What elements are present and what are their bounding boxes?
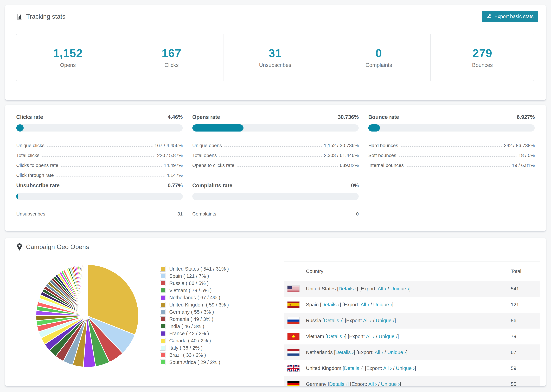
export-all-link[interactable]: All › [368,381,377,386]
detail-value: 18 / 0% [518,153,535,158]
total-cell: 86 [511,318,516,323]
detail-value: 19 / 6.81% [512,163,535,168]
rate-head: Unsubscribe rate 0.77% [16,182,183,189]
dotted-leader [42,156,155,157]
legend-item-france[interactable]: France ( 42 / 2% ) [160,330,229,337]
legend-item-canada[interactable]: Canada ( 40 / 2% ) [160,337,229,344]
export-all-link[interactable]: All › [360,302,369,307]
country-name: Russia [306,318,321,323]
details-link[interactable]: Details › [339,286,357,291]
progress-fill [16,193,18,200]
legend-item-romania[interactable]: Romania ( 49 / 3% ) [160,315,229,323]
detail-rows: Complaints 0 [192,207,359,217]
legend-item-vietnam[interactable]: Vietnam ( 79 / 5% ) [160,287,229,294]
legend-label: Canada ( 40 / 2% ) [169,338,211,343]
detail-value: 2,303 / 61.446% [324,153,359,158]
export-icon [486,13,492,20]
stat-label: Clicks [164,62,179,68]
country-cell: Russia [Details ›] [Export: All › / Uniq… [306,318,396,323]
detail-label: Internal bounces [368,163,404,168]
total-cell: 59 [511,365,516,371]
country-cell: Netherlands [Details ›] [Export: All › /… [306,350,407,355]
detail-rows: Hard bounces 242 / 86.738% Soft bounces … [368,138,535,168]
detail-label: Total opens [192,153,217,158]
geo-table-row-vietnam: Vietnam [Details ›] [Export: All › / Uni… [284,329,540,344]
dotted-leader [61,166,162,167]
stat-label: Complaints [366,62,392,68]
country-name: United States [306,286,336,291]
export-basic-stats-button[interactable]: Export basic stats [482,11,538,22]
export-unique-link[interactable]: Unique › [387,350,406,355]
export-unique-link[interactable]: Unique › [381,381,400,386]
legend-item-russia[interactable]: Russia ( 86 / 5% ) [160,280,229,287]
details-link[interactable]: Details › [329,381,347,386]
rate-block-clicks-rate: Clicks rate 4.46% Unique clicks 167 / 4.… [16,114,183,178]
export-all-link[interactable]: All › [378,286,386,291]
country-cell: Vietnam [Details ›] [Export: All › / Uni… [306,334,399,339]
de-flag-icon [288,381,299,386]
legend-swatch [160,288,165,293]
export-unique-link[interactable]: Unique › [379,334,397,339]
detail-value: 220 / 5.87% [157,153,183,158]
legend-item-germany[interactable]: Germany ( 55 / 3% ) [160,308,229,315]
details-link[interactable]: Details › [321,302,339,307]
legend-item-italy[interactable]: Italy ( 36 / 2% ) [160,344,229,351]
legend-item-spain[interactable]: Spain ( 121 / 7% ) [160,273,229,280]
rate-label: Complaints rate [192,182,232,189]
export-unique-link[interactable]: Unique › [373,302,392,307]
map-pin-icon [16,243,23,251]
country-name: Spain [306,302,319,307]
rate-block-complaints-rate: Complaints rate 0% Complaints 0 [192,182,359,217]
geo-opens-pie-chart[interactable] [34,263,140,369]
detail-row: Unsubscribes 31 [16,207,183,217]
detail-row: Opens to clicks rate 689.82% [192,158,359,168]
details-link[interactable]: Details › [324,318,342,323]
stat-cell-opens: 1,152 Opens [16,34,120,81]
export-all-link[interactable]: All › [363,318,372,323]
legend-item-united-kingdom[interactable]: United Kingdom ( 59 / 3% ) [160,301,229,308]
dashboard-page: Tracking stats Export basic stats 1,152 … [0,0,551,392]
detail-row: Click through rate 4.147% [16,168,183,178]
export-unique-link[interactable]: Unique › [376,318,395,323]
detail-label: Clicks to opens rate [16,163,58,168]
country-cell: United States [Details ›] [Export: All ›… [306,286,410,292]
legend-label: India ( 46 / 3% ) [169,324,204,329]
rate-value: 6.927% [517,114,535,120]
legend-item-india[interactable]: India ( 46 / 3% ) [160,323,229,330]
export-unique-link[interactable]: Unique › [390,286,409,291]
detail-label: Click through rate [16,173,54,178]
legend-item-netherlands[interactable]: Netherlands ( 67 / 4% ) [160,294,229,301]
details-link[interactable]: Details › [327,334,345,339]
legend-item-south-africa[interactable]: South Africa ( 29 / 2% ) [160,359,229,366]
export-all-link[interactable]: All › [383,365,392,371]
legend-swatch [160,316,165,322]
legend-item-brazil[interactable]: Brazil ( 33 / 2% ) [160,351,229,359]
progress-fill [16,124,24,132]
rate-value: 0.77% [168,182,183,189]
legend-label: Netherlands ( 67 / 4% ) [169,295,220,301]
header-divider [10,28,541,28]
progress-fill [192,124,243,132]
dotted-leader [399,156,516,157]
detail-value: 1,152 / 30.736% [324,143,359,148]
stat-label: Opens [60,62,76,68]
detail-label: Total clicks [16,153,39,158]
dotted-leader [224,147,322,147]
stat-cell-bounces: 279 Bounces [430,34,534,81]
export-all-link[interactable]: All › [374,350,383,355]
detail-value: 4.147% [167,173,183,178]
legend-label: Vietnam ( 79 / 5% ) [169,288,212,293]
geo-table-row-germany: Germany [Details ›] [Export: All › / Uni… [284,376,540,386]
details-link[interactable]: Details › [336,350,354,355]
legend-label: South Africa ( 29 / 2% ) [169,359,220,365]
legend-item-united-states[interactable]: United States ( 541 / 31% ) [160,265,229,273]
detail-label: Hard bounces [368,143,398,148]
rate-label: Unsubscribe rate [16,182,60,189]
legend-swatch [160,359,165,365]
stat-label: Bounces [472,62,493,68]
details-link[interactable]: Details › [344,365,362,371]
geo-opens-table: Country Total United States [Details ›] … [284,261,540,386]
export-unique-link[interactable]: Unique › [396,365,415,371]
export-all-link[interactable]: All › [366,334,374,339]
rate-value: 4.46% [168,114,183,120]
